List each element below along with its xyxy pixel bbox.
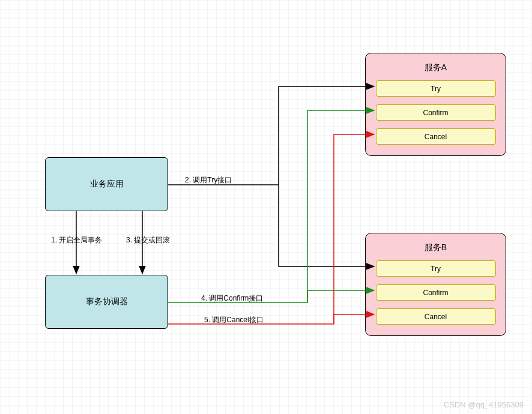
service-b-node: 服务B Try Confirm Cancel (365, 233, 506, 336)
edge-label-5: 5. 调用Cancel接口 (204, 315, 264, 325)
service-b-try: Try (376, 260, 496, 277)
watermark: CSDN @qq_41956309 (444, 400, 524, 409)
service-b-cancel: Cancel (376, 308, 496, 325)
business-app-node: 业务应用 (45, 157, 168, 211)
service-b-try-label: Try (431, 265, 441, 273)
service-b-title: 服务B (425, 242, 447, 253)
service-a-try-label: Try (431, 85, 441, 93)
tx-coordinator-label: 事务协调器 (86, 296, 128, 307)
service-a-cancel-label: Cancel (425, 133, 447, 141)
service-b-confirm: Confirm (376, 284, 496, 301)
service-a-node: 服务A Try Confirm Cancel (365, 53, 506, 156)
edge-label-2: 2. 调用Try接口 (185, 175, 232, 185)
service-b-confirm-label: Confirm (423, 289, 448, 297)
service-a-title: 服务A (425, 62, 447, 73)
tx-coordinator-node: 事务协调器 (45, 275, 168, 329)
edge-label-1: 1. 开启全局事务 (51, 235, 102, 245)
business-app-label: 业务应用 (90, 179, 124, 190)
service-a-try: Try (376, 80, 496, 97)
service-a-confirm: Confirm (376, 104, 496, 121)
edge-label-4: 4. 调用Confirm接口 (201, 293, 263, 304)
service-a-cancel: Cancel (376, 128, 496, 145)
service-b-cancel-label: Cancel (425, 313, 447, 321)
service-a-confirm-label: Confirm (423, 109, 448, 117)
edge-label-3: 3. 提交或回滚 (126, 235, 170, 245)
